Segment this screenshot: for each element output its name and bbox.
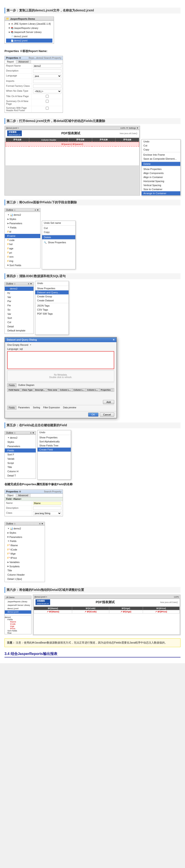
s5-title[interactable]: Title [5, 465, 36, 469]
s5b-params[interactable]: ▶ Parameters [5, 535, 45, 539]
s5b-tAge[interactable]: F * tAge [5, 552, 45, 556]
report-name-input[interactable] [33, 64, 61, 68]
s4-fie[interactable]: Fie [5, 303, 33, 308]
menu-align-container[interactable]: Align in Container [141, 175, 180, 179]
s6-sortfields[interactable]: Sort Fields [5, 630, 31, 632]
s6-outline-root[interactable]: demo2 [5, 616, 31, 618]
tree-item-jr-lib[interactable]: ▶ 📚 JasperReports Library [6, 26, 52, 30]
s4-ctx-jsontags[interactable]: JSON Tags [35, 304, 69, 308]
tree-item-demo2[interactable]: ▶ 📄 demo2.jrxml [6, 38, 52, 43]
footer-preview-tab[interactable]: Data preview [62, 406, 78, 410]
class-select[interactable]: java.lang.String [33, 512, 61, 515]
s4-ctx-creategroup[interactable]: Create Group [35, 294, 69, 299]
outline-parameters[interactable]: ▶ Parameters [5, 221, 40, 225]
menu-vert-spacing[interactable]: Vertical Spacing [141, 183, 180, 187]
format-factory-input[interactable] [33, 85, 61, 88]
s5-ctx-show-fields-tree[interactable]: Show Fields Tree [37, 443, 71, 447]
description-input[interactable] [33, 69, 61, 73]
s5-styles[interactable]: Styles [5, 440, 36, 444]
menu-save-composite[interactable]: Save as Composite Element... [141, 157, 180, 161]
summary-footer-checkbox[interactable] [33, 107, 61, 110]
s4-ctx-csvtags[interactable]: CSV Tags [35, 308, 69, 312]
s6-js-lib[interactable]: Jaspersoft Server Library [5, 603, 31, 607]
s6-row[interactable]: Row [5, 632, 31, 634]
s4-par[interactable]: Par [5, 299, 33, 303]
ctx-undo-setname[interactable]: Undo Set name [42, 221, 75, 225]
s6-fields-mini[interactable]: Fields [5, 618, 31, 621]
menu-cut[interactable]: Cut [141, 144, 180, 148]
outline-styles[interactable]: ▶ Styles [5, 217, 40, 221]
outline-diagram-tab[interactable]: Outline Diagram [17, 383, 36, 387]
s6-tCode-mini[interactable]: tCode [5, 623, 31, 625]
search-prop-step5[interactable]: Search Property [44, 490, 61, 493]
tree-item-jre[interactable]: ▶ ☕ JRE System Library [JavaSE-1.8] [6, 22, 52, 26]
field-name[interactable]: F name [5, 234, 40, 238]
prop-value-format-factory[interactable] [32, 84, 63, 89]
outline-demo2-s4[interactable]: ▼ demo2 [5, 286, 33, 291]
s5b-detail[interactable]: Detail 1 [0px] [5, 577, 45, 581]
menu-arrange-container[interactable]: Arrange In Container [141, 191, 180, 195]
s5-fields[interactable]: Fields [5, 448, 36, 453]
outline-fields[interactable]: ▼ Fields [5, 225, 40, 230]
field-rem[interactable]: F rem [5, 255, 40, 259]
ctx-delete[interactable]: Delete [42, 235, 75, 239]
ctx-copy[interactable]: Copy [42, 230, 75, 234]
s4-ctx-pdf508[interactable]: PDF 508 Tags [35, 312, 69, 316]
s5b-fields[interactable]: ▼ Fields [5, 539, 45, 543]
ctx-show-props[interactable]: 🔍 Show Properties [42, 240, 75, 244]
s4-sort[interactable]: Sort [5, 316, 33, 320]
tab-advanced[interactable]: Advanced [16, 60, 31, 63]
s4-ctx-dataset[interactable]: Dataset and Query... [35, 290, 69, 294]
s6-tName-mini[interactable]: tName [5, 621, 31, 623]
prop-value-language[interactable]: java [32, 73, 63, 79]
s6-demo1[interactable]: demo1.jrxml [5, 607, 31, 610]
s5-detail[interactable]: Detail T [5, 473, 36, 478]
s5b-tCode[interactable]: F * tCode [5, 548, 45, 552]
field-hel[interactable]: F hel [5, 242, 40, 246]
s4-so[interactable]: So [5, 308, 33, 312]
menu-align-components[interactable]: Align Components [141, 171, 180, 175]
prop-value-nodata[interactable]: <NULL> [32, 89, 63, 94]
s5-params[interactable]: Parameters [5, 444, 36, 448]
field-age[interactable]: F age [5, 246, 40, 251]
s5b-title[interactable]: Title [5, 568, 45, 573]
s6-jr-lib[interactable]: JasperReports Library [5, 600, 31, 603]
prop-val-name[interactable] [32, 501, 63, 506]
add-button[interactable]: Add [103, 400, 114, 404]
footer-params-tab[interactable]: Parameters [17, 406, 31, 410]
s4-col[interactable]: Col [5, 320, 33, 324]
cancel-button[interactable]: Cancel [100, 412, 114, 416]
nodata-select[interactable]: <NULL> [33, 90, 61, 93]
s5b-styles[interactable]: ▶ Styles [5, 531, 45, 535]
prop-val-class[interactable]: java.lang.String [32, 511, 63, 516]
s4-var[interactable]: Var [5, 295, 33, 299]
name-input[interactable] [33, 502, 61, 505]
s4-ctx-showprops[interactable]: Show Properties [35, 286, 69, 290]
s5b-tName[interactable]: F * tName [5, 543, 45, 548]
footer-filter-tab[interactable]: Filter Expression [42, 406, 61, 410]
field-pri[interactable]: F pri [5, 251, 40, 255]
s4-detail[interactable]: Detail [5, 324, 33, 329]
s5b-root[interactable]: ▼ 📊 demo2 [5, 527, 45, 531]
menu-show-props[interactable]: Show Properties [141, 167, 180, 171]
menu-size-container[interactable]: Size to Container [141, 187, 180, 191]
s5-variab[interactable]: Variab [5, 457, 36, 461]
tab-object[interactable]: Object [5, 494, 16, 497]
s4-default[interactable]: Default template [5, 329, 33, 333]
s5-ctx-create-field[interactable]: Create Field [37, 447, 71, 452]
s4-ctx-undo[interactable]: Undo [35, 281, 69, 285]
language-select[interactable]: java [33, 74, 61, 78]
field-id[interactable]: F id [5, 229, 40, 234]
menu-enclose[interactable]: Enclose Into Frame [141, 153, 180, 157]
s5b-scriptlets[interactable]: ▶ Scriptlets [5, 564, 45, 569]
field-code[interactable]: F code [5, 238, 40, 242]
tree-item-demo1[interactable]: ▶ 📄 demo1.jrxml [6, 34, 52, 38]
footer-sorting-tab[interactable]: Sorting [31, 406, 42, 410]
s4-var2[interactable]: Var [5, 312, 33, 316]
s6-demo2[interactable]: demo2.jrxml [5, 610, 31, 614]
s5b-colheader[interactable]: Column Header [5, 573, 45, 577]
s6-tAge-mini[interactable]: tAge [5, 625, 31, 627]
tab-advanced-s5[interactable]: Advanced [16, 494, 31, 497]
s5-sortf[interactable]: Sort F [5, 453, 36, 457]
menu-delete[interactable]: Delete [141, 162, 180, 166]
